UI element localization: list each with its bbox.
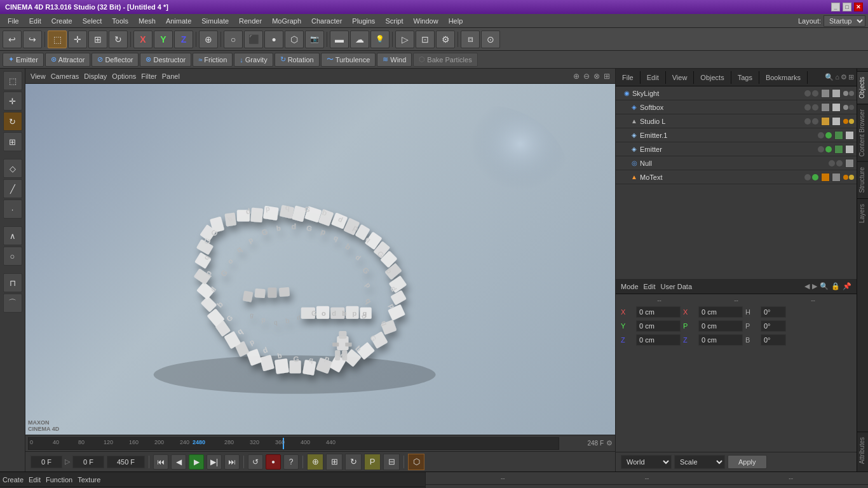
dot-em1-2[interactable] xyxy=(825,132,832,139)
menu-create[interactable]: Create xyxy=(46,16,78,26)
right-panel-settings[interactable]: ⚙ xyxy=(841,73,847,81)
menu-animate[interactable]: Animate xyxy=(161,16,196,26)
obj-row-softbox[interactable]: ◈ Softbox xyxy=(616,100,857,114)
dot-softbox-2[interactable] xyxy=(812,104,818,111)
apply-button[interactable]: Apply xyxy=(728,455,767,469)
current-frame-input[interactable] xyxy=(31,456,62,468)
attractor-button[interactable]: ⊛ Attractor xyxy=(45,53,91,67)
dot-2[interactable] xyxy=(812,90,818,97)
close-button[interactable]: ✕ xyxy=(854,3,863,11)
h-input[interactable] xyxy=(761,306,786,318)
z-rot-input[interactable] xyxy=(698,334,743,346)
z-axis-button[interactable]: Z xyxy=(174,30,193,48)
camera-button[interactable]: 📷 xyxy=(305,30,324,48)
x-axis-button[interactable]: X xyxy=(133,30,153,48)
vp-menu-panel[interactable]: Panel xyxy=(162,72,180,80)
obj-row-motext[interactable]: ▲ MoText xyxy=(616,170,857,184)
coord-system-button[interactable]: ⊕ xyxy=(199,30,218,48)
bake-particles-button[interactable]: ⬡ Bake Particles xyxy=(413,53,477,67)
deflector-button[interactable]: ⊘ Deflector xyxy=(92,53,139,67)
viewport-icon-4[interactable]: ⊞ xyxy=(604,72,610,81)
sidebar-point[interactable]: · xyxy=(3,200,22,219)
attr-lock[interactable]: 🔒 xyxy=(831,282,840,290)
y-rot-input[interactable] xyxy=(698,320,743,332)
menu-select[interactable]: Select xyxy=(78,16,107,26)
tab-file[interactable]: File xyxy=(616,71,641,84)
motext-ctrl2[interactable] xyxy=(849,175,854,180)
menu-plugins[interactable]: Plugins xyxy=(347,16,380,26)
viewport[interactable]: G b d p q G b d p q G b d p q G b xyxy=(25,84,615,435)
goto-start-button[interactable]: ⏮ xyxy=(153,454,168,470)
obj-swatch-null[interactable] xyxy=(845,159,854,168)
motion-toggle-3[interactable]: ↻ xyxy=(345,454,362,470)
sidebar-move[interactable]: ✛ xyxy=(3,92,22,111)
menu-character[interactable]: Character xyxy=(306,16,347,26)
vp-menu-display[interactable]: Display xyxy=(84,72,107,80)
x-rot-input[interactable] xyxy=(698,306,743,318)
dope-sheet-toggle[interactable]: ⬡ xyxy=(408,454,424,470)
cube-button[interactable]: ⬛ xyxy=(244,30,263,48)
render-settings-button[interactable]: ⚙ xyxy=(436,30,455,48)
mat-menu-function[interactable]: Function xyxy=(46,476,72,484)
y-pos-input[interactable] xyxy=(636,320,681,332)
sidebar-polygon[interactable]: ◇ xyxy=(3,159,22,178)
viewport-icon-2[interactable]: ⊖ xyxy=(583,72,590,81)
attr-forward[interactable]: ▶ xyxy=(812,282,817,290)
obj-swatch-motext[interactable] xyxy=(821,173,830,182)
obj-swatch-softbox[interactable] xyxy=(821,103,830,112)
record-button[interactable]: ● xyxy=(266,454,281,470)
dot-studiol-1[interactable] xyxy=(804,118,811,125)
obj-row-skylight[interactable]: ◉ SkyLight xyxy=(616,86,857,100)
y-axis-button[interactable]: Y xyxy=(154,30,173,48)
sidebar-select[interactable]: ⬚ xyxy=(3,71,22,90)
menu-tools[interactable]: Tools xyxy=(107,16,133,26)
wind-button[interactable]: ≋ Wind xyxy=(377,53,412,67)
dot-em1-1[interactable] xyxy=(818,132,824,139)
menu-render[interactable]: Render xyxy=(234,16,267,26)
menu-script[interactable]: Script xyxy=(380,16,408,26)
skylight-ctrl2[interactable] xyxy=(849,91,854,96)
vtab-attributes[interactable]: Attributes xyxy=(857,431,868,469)
goto-end-button[interactable]: ⏭ xyxy=(224,454,240,470)
dot-1[interactable] xyxy=(804,90,811,97)
vtab-objects[interactable]: Objects xyxy=(857,71,868,104)
play-button[interactable]: ▶ xyxy=(189,454,204,470)
tab-objects[interactable]: Objects xyxy=(694,71,731,84)
destructor-button[interactable]: ⊗ Destructor xyxy=(140,53,191,67)
dot-softbox-1[interactable] xyxy=(804,104,811,111)
obj-icon2-softbox[interactable] xyxy=(832,103,841,112)
menu-window[interactable]: Window xyxy=(409,16,444,26)
layout-dropdown[interactable]: Startup xyxy=(824,15,865,27)
obj-icon2-emitter1[interactable] xyxy=(845,131,854,140)
menu-mesh[interactable]: Mesh xyxy=(133,16,161,26)
dot-em-1[interactable] xyxy=(818,146,824,152)
softbox-ctrl1[interactable] xyxy=(843,105,848,110)
vp-menu-filter[interactable]: Filter xyxy=(141,72,156,80)
attr-menu-mode[interactable]: Mode xyxy=(621,283,639,290)
sidebar-rotate[interactable]: ↻ xyxy=(3,112,22,131)
x-pos-input[interactable] xyxy=(636,306,681,318)
mat-menu-create[interactable]: Create xyxy=(3,476,24,484)
dot-null-1[interactable] xyxy=(829,160,835,166)
render-button[interactable]: ▷ xyxy=(395,30,414,48)
friction-button[interactable]: ≈ Friction xyxy=(193,53,233,67)
vp-menu-options[interactable]: Options xyxy=(112,72,136,80)
menu-help[interactable]: Help xyxy=(444,16,468,26)
studiol-ctrl1[interactable] xyxy=(843,119,848,124)
sidebar-scale[interactable]: ⊞ xyxy=(3,132,22,151)
right-panel-home[interactable]: ⌂ xyxy=(835,73,839,81)
end-frame-input[interactable] xyxy=(107,456,145,468)
z-pos-input[interactable] xyxy=(636,334,681,346)
light2-button[interactable]: ⊙ xyxy=(481,30,500,48)
p-input[interactable] xyxy=(761,320,786,332)
tab-tags[interactable]: Tags xyxy=(731,71,759,84)
skylight-ctrl1[interactable] xyxy=(843,91,848,96)
sidebar-brush[interactable]: ○ xyxy=(3,247,22,266)
dot-null-2[interactable] xyxy=(836,160,843,166)
obj-row-emitter[interactable]: ◈ Emitter xyxy=(616,142,857,156)
right-panel-search[interactable]: 🔍 xyxy=(825,73,834,81)
obj-swatch-emitter1[interactable] xyxy=(834,131,843,140)
world-select[interactable]: World xyxy=(621,455,672,469)
scale-select[interactable]: Scale xyxy=(674,455,725,469)
softbox-ctrl2[interactable] xyxy=(849,105,854,110)
